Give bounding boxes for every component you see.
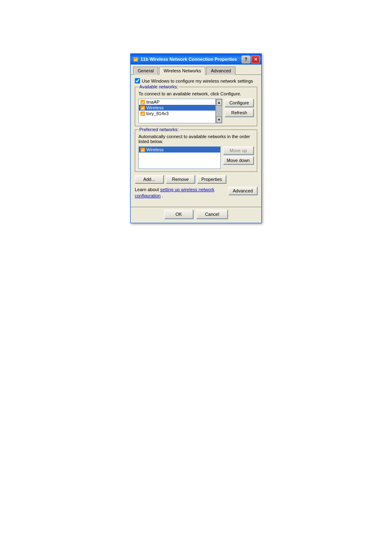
network-icon: 📶 bbox=[140, 106, 145, 110]
title-bar: 📶 11b Wireless Network Connection Proper… bbox=[131, 54, 261, 65]
tab-general[interactable]: General bbox=[133, 67, 158, 75]
ok-button[interactable]: OK bbox=[164, 210, 193, 219]
use-windows-label: Use Windows to configure my wireless net… bbox=[142, 79, 253, 83]
tabs-row: General Wireless Networks Advanced bbox=[131, 65, 261, 75]
move-up-button[interactable]: Move up bbox=[223, 146, 254, 155]
network-icon: 📶 bbox=[140, 148, 145, 152]
add-button[interactable]: Add... bbox=[135, 175, 164, 183]
available-networks-label: Available networks: bbox=[138, 84, 179, 89]
dialog-body: Use Windows to configure my wireless net… bbox=[131, 75, 261, 207]
dialog-icon: 📶 bbox=[132, 56, 139, 62]
scroll-track bbox=[216, 106, 222, 116]
available-network-list: 📶 tinaAP 📶 Wireless 📶 tory_814v3 bbox=[138, 99, 216, 123]
move-down-button[interactable]: Move down bbox=[223, 156, 254, 164]
scroll-down-btn[interactable]: ▼ bbox=[216, 116, 222, 123]
cancel-button[interactable]: Cancel bbox=[196, 210, 228, 219]
network-name: tinaAP bbox=[146, 99, 159, 104]
available-networks-desc: To connect to an available network, clic… bbox=[138, 91, 254, 96]
tab-advanced[interactable]: Advanced bbox=[206, 67, 235, 75]
advanced-button[interactable]: Advanced bbox=[228, 187, 257, 195]
use-windows-checkbox-row: Use Windows to configure my wireless net… bbox=[135, 78, 257, 83]
network-name: Wireless bbox=[146, 147, 164, 152]
network-icon: 📶 bbox=[140, 111, 145, 116]
preferred-networks-desc: Automatically connect to available netwo… bbox=[138, 134, 254, 144]
preferred-network-list: 📶 Wireless bbox=[138, 146, 221, 169]
list-item[interactable]: 📶 tinaAP bbox=[139, 99, 215, 105]
tab-wireless-networks[interactable]: Wireless Networks bbox=[159, 67, 205, 75]
preferred-networks-section: Preferred networks: Automatically connec… bbox=[135, 130, 257, 172]
learn-text: Learn about setting up wireless network … bbox=[135, 187, 217, 199]
remove-button[interactable]: Remove bbox=[166, 175, 195, 183]
learn-text-after: . bbox=[162, 193, 163, 198]
refresh-button[interactable]: Refresh bbox=[225, 109, 254, 117]
bottom-buttons-row: Add... Remove Properties bbox=[135, 175, 257, 183]
available-side-buttons: Configure Refresh bbox=[225, 99, 254, 117]
use-windows-checkbox[interactable] bbox=[135, 78, 140, 83]
help-button[interactable]: ? bbox=[242, 56, 250, 63]
available-list-scrollbar: ▲ ▼ bbox=[216, 99, 222, 123]
learn-text-before: Learn about bbox=[135, 187, 159, 192]
title-bar-buttons: ? ✕ bbox=[242, 56, 260, 63]
available-networks-container: 📶 tinaAP 📶 Wireless 📶 tory_814v3 bbox=[138, 99, 254, 123]
preferred-side-buttons: Move up Move down bbox=[223, 146, 254, 164]
network-icon: 📶 bbox=[140, 100, 145, 104]
learn-row: Learn about setting up wireless network … bbox=[135, 187, 257, 199]
list-item[interactable]: 📶 Wireless bbox=[139, 105, 215, 111]
dialog-footer: OK Cancel bbox=[131, 207, 261, 223]
scroll-up-btn[interactable]: ▲ bbox=[216, 99, 222, 106]
network-name: Wireless bbox=[146, 105, 164, 110]
list-item[interactable]: 📶 tory_814v3 bbox=[139, 111, 215, 116]
close-button[interactable]: ✕ bbox=[251, 56, 260, 63]
network-name: tory_814v3 bbox=[146, 111, 168, 116]
dialog-title: 11b Wireless Network Connection Properti… bbox=[141, 57, 242, 62]
configure-button[interactable]: Configure bbox=[225, 99, 254, 107]
properties-button[interactable]: Properties bbox=[197, 175, 226, 183]
list-item[interactable]: 📶 Wireless bbox=[139, 147, 220, 153]
preferred-networks-label: Preferred networks: bbox=[138, 127, 180, 132]
preferred-networks-container: 📶 Wireless Move up Move down bbox=[138, 146, 254, 169]
main-dialog: 📶 11b Wireless Network Connection Proper… bbox=[130, 53, 262, 223]
available-networks-section: Available networks: To connect to an ava… bbox=[135, 87, 257, 126]
